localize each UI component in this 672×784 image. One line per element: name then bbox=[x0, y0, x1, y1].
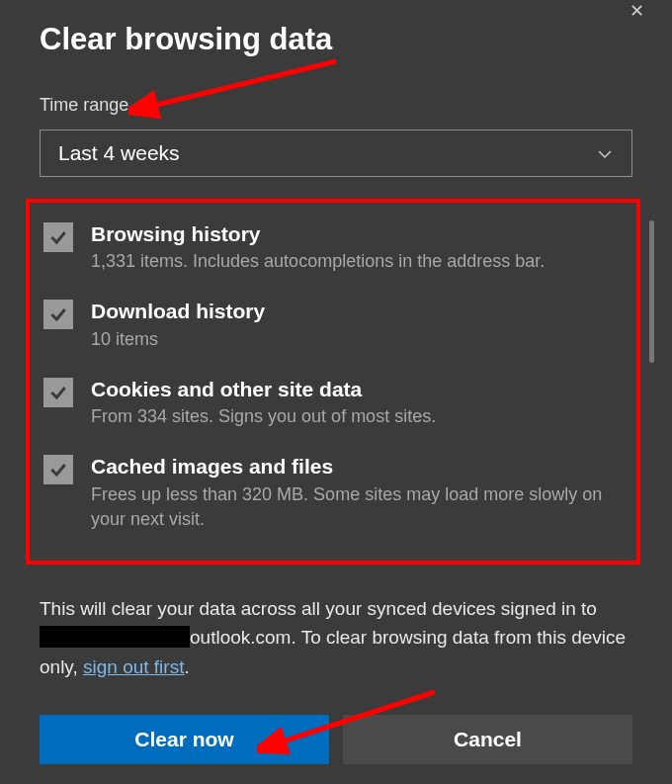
annotation-arrow-icon bbox=[128, 49, 346, 129]
option-title: Cached images and files bbox=[91, 453, 623, 479]
checkbox-checked-icon[interactable] bbox=[43, 300, 73, 329]
sign-out-link[interactable]: sign out first bbox=[83, 656, 184, 677]
options-list: Browsing history 1,331 items. Includes a… bbox=[26, 199, 640, 565]
button-row: Clear now Cancel bbox=[40, 715, 632, 764]
clear-now-button[interactable]: Clear now bbox=[40, 715, 329, 764]
redacted-email-prefix bbox=[40, 626, 190, 648]
time-range-select[interactable]: Last 4 weeks bbox=[40, 130, 632, 177]
option-cached[interactable]: Cached images and files Frees up less th… bbox=[43, 453, 623, 532]
option-browsing-history[interactable]: Browsing history 1,331 items. Includes a… bbox=[43, 220, 623, 274]
option-title: Download history bbox=[91, 298, 623, 324]
option-desc: 10 items bbox=[91, 327, 623, 352]
option-download-history[interactable]: Download history 10 items bbox=[43, 298, 623, 351]
option-desc: 1,331 items. Includes autocompletions in… bbox=[91, 249, 623, 274]
close-icon[interactable]: ✕ bbox=[630, 0, 644, 22]
option-desc: Frees up less than 320 MB. Some sites ma… bbox=[91, 482, 623, 532]
scrollbar-thumb[interactable] bbox=[649, 220, 654, 363]
chevron-down-icon bbox=[596, 144, 614, 162]
dialog-title: Clear browsing data bbox=[40, 22, 632, 57]
checkbox-checked-icon[interactable] bbox=[43, 222, 73, 252]
time-range-value: Last 4 weeks bbox=[58, 141, 180, 165]
checkbox-checked-icon[interactable] bbox=[43, 378, 73, 407]
cancel-button[interactable]: Cancel bbox=[343, 715, 632, 764]
time-range-label: Time range bbox=[40, 95, 632, 116]
option-title: Cookies and other site data bbox=[91, 376, 623, 402]
checkbox-checked-icon[interactable] bbox=[43, 455, 73, 484]
sync-footnote: This will clear your data across all you… bbox=[40, 594, 632, 681]
option-desc: From 334 sites. Signs you out of most si… bbox=[91, 404, 623, 429]
option-title: Browsing history bbox=[91, 220, 623, 247]
option-cookies[interactable]: Cookies and other site data From 334 sit… bbox=[43, 376, 623, 429]
